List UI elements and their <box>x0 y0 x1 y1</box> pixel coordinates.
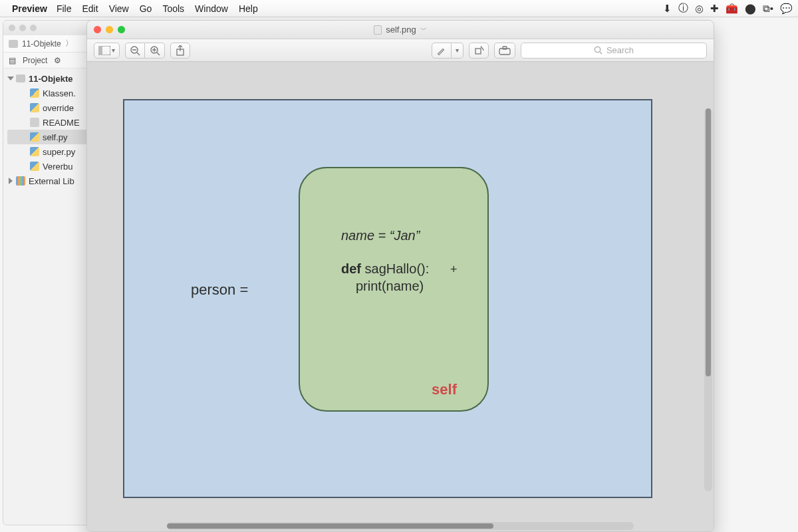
chevron-right-icon: 〉 <box>65 38 73 49</box>
vertical-scrollbar[interactable] <box>704 108 712 491</box>
libraries-icon <box>16 176 25 186</box>
menu-go[interactable]: Go <box>140 3 152 14</box>
project-pane-icon: ▤ <box>9 56 16 65</box>
dropbox-icon[interactable]: ⬇︎ <box>663 2 672 15</box>
tree-file-label: Vererbu <box>43 162 73 172</box>
menu-window[interactable]: Window <box>195 3 228 14</box>
crosshair-cursor-icon: + <box>450 263 458 277</box>
markdown-file-icon <box>30 118 39 127</box>
info-icon[interactable]: ⓘ <box>678 2 688 15</box>
app-name[interactable]: Preview <box>12 3 47 14</box>
search-icon <box>594 46 602 55</box>
window-title-text: self.png <box>386 25 416 35</box>
preview-titlebar[interactable]: self.png ﹀ <box>87 21 714 39</box>
def-rest: sagHallo(): <box>361 261 429 276</box>
document-icon <box>374 25 382 35</box>
share-button[interactable] <box>170 43 190 59</box>
diagram-page: person = name = “Jan” def sagHallo(): pr… <box>123 99 652 498</box>
traffic-light-zoom-icon[interactable] <box>30 25 37 31</box>
horizontal-scrollbar[interactable] <box>167 522 634 530</box>
python-file-icon <box>30 162 39 171</box>
preview-window: self.png ﹀ ▾ ▾ Search person = name = <box>86 20 714 532</box>
search-field[interactable]: Search <box>521 43 707 59</box>
macos-menubar: Preview File Edit View Go Tools Window H… <box>0 0 798 17</box>
tree-file-label: super.py <box>43 147 75 157</box>
scrollbar-thumb[interactable] <box>706 108 711 376</box>
menu-view[interactable]: View <box>109 3 129 14</box>
zoom-out-button[interactable] <box>125 43 145 59</box>
object-box: name = “Jan” def sagHallo(): print(name)… <box>299 167 489 412</box>
self-label: self <box>432 381 457 398</box>
disclosure-triangle-icon[interactable] <box>9 178 13 184</box>
chevron-down-icon: ▾ <box>456 47 459 54</box>
python-file-icon <box>30 103 39 112</box>
tree-file-label: Klassen. <box>43 88 76 98</box>
highlight-button[interactable] <box>432 43 452 59</box>
preview-toolbar: ▾ ▾ Search <box>87 39 714 62</box>
tree-file-label: self.py <box>43 132 68 142</box>
toolbox-icon[interactable]: 🧰 <box>726 2 738 15</box>
menu-edit[interactable]: Edit <box>82 3 98 14</box>
svg-rect-13 <box>503 47 507 49</box>
tree-file-label: override <box>43 103 74 113</box>
svg-point-14 <box>595 47 600 52</box>
svg-rect-11 <box>475 49 481 54</box>
menu-tools[interactable]: Tools <box>162 3 184 14</box>
traffic-light-zoom-icon[interactable] <box>118 26 125 33</box>
search-placeholder: Search <box>606 45 634 55</box>
traffic-light-close-icon[interactable] <box>94 26 101 33</box>
code-line-def: def sagHallo(): <box>341 261 429 277</box>
messages-icon[interactable]: 💬 <box>780 2 793 15</box>
keyword-def: def <box>341 261 361 276</box>
project-pane-label: Project <box>23 56 47 65</box>
code-line-print: print(name) <box>356 279 424 294</box>
svg-rect-1 <box>98 46 102 55</box>
menubar-status-icons: ⬇︎ ⓘ ◎ ✚ 🧰 ⬤ ⧉• 💬 <box>663 2 793 15</box>
creative-cloud-icon[interactable]: ◎ <box>695 2 704 15</box>
person-label: person = <box>191 281 248 299</box>
menu-file[interactable]: File <box>57 3 72 14</box>
sidebar-toggle-button[interactable]: ▾ <box>94 43 120 59</box>
window-title: self.png ﹀ <box>87 25 714 35</box>
preview-canvas[interactable]: person = name = “Jan” def sagHallo(): pr… <box>87 62 714 531</box>
folder-icon <box>16 74 25 82</box>
folder-icon <box>9 40 18 48</box>
tree-external-label: External Lib <box>29 176 74 186</box>
gear-icon[interactable]: ⚙ <box>54 56 61 65</box>
screen-record-icon[interactable]: ⧉• <box>763 2 773 15</box>
traffic-light-minimize-icon[interactable] <box>106 26 113 33</box>
zoom-button-group <box>125 43 165 59</box>
code-line-name: name = “Jan” <box>341 228 420 243</box>
python-file-icon <box>30 132 39 142</box>
highlight-dropdown-button[interactable]: ▾ <box>452 43 464 59</box>
plus-icon[interactable]: ✚ <box>710 2 719 15</box>
traffic-light-minimize-icon[interactable] <box>19 25 26 31</box>
chevron-down-icon: ▾ <box>112 47 115 54</box>
breadcrumb-label: 11-Objekte <box>22 39 61 49</box>
chevron-down-icon[interactable]: ﹀ <box>420 25 427 35</box>
shield-icon[interactable]: ⬤ <box>745 2 756 15</box>
disclosure-triangle-icon[interactable] <box>7 76 14 80</box>
python-file-icon <box>30 88 39 98</box>
traffic-light-close-icon[interactable] <box>9 25 15 31</box>
rotate-button[interactable] <box>469 43 489 59</box>
tree-file-label: README <box>43 118 80 128</box>
menu-help[interactable]: Help <box>239 3 258 14</box>
svg-line-3 <box>137 53 140 55</box>
zoom-in-button[interactable] <box>145 43 165 59</box>
svg-line-6 <box>157 53 160 55</box>
markup-toolbar-button[interactable] <box>494 43 515 59</box>
markup-button-group: ▾ <box>432 43 464 59</box>
python-file-icon <box>30 147 39 156</box>
scrollbar-thumb[interactable] <box>167 523 493 529</box>
svg-line-15 <box>600 52 602 54</box>
tree-root-label: 11-Objekte <box>29 74 72 84</box>
